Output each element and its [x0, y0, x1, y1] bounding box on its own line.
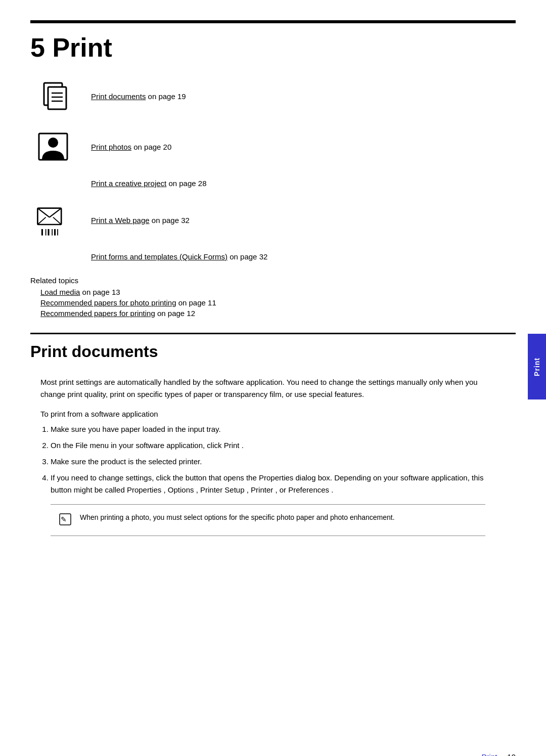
toc-section: Print documents on page 19 Print photos … [30, 78, 485, 261]
related-link-photo-printing[interactable]: Recommended papers for photo printing [40, 298, 176, 307]
sidebar-tab[interactable]: Print [528, 334, 546, 399]
toc-link-print-creative[interactable]: Print a creative project [91, 179, 166, 188]
print-step-3: Make sure the product is the selected pr… [51, 456, 485, 468]
toc-item-print-photos[interactable]: Print photos on page 20 [91, 143, 171, 151]
web-icon [30, 202, 76, 238]
related-topics-label: Related topics [30, 276, 546, 285]
chapter-number: 5 [30, 33, 45, 62]
related-topics-list: Load media on page 13 Recommended papers… [40, 288, 546, 318]
footer: Print 19 [0, 752, 546, 756]
toc-item-print-documents[interactable]: Print documents on page 19 [91, 92, 186, 101]
note-box: ✎ When printing a photo, you must select… [51, 504, 485, 536]
toc-item-print-forms[interactable]: Print forms and templates (Quick Forms) … [91, 252, 267, 261]
print-steps-list: Make sure you have paper loaded in the i… [51, 423, 485, 496]
toc-link-print-documents[interactable]: Print documents [91, 92, 146, 101]
chapter-title: 5 Print [30, 32, 546, 63]
documents-icon [30, 78, 76, 114]
related-link-load-media[interactable]: Load media [40, 288, 80, 296]
toc-link-print-web[interactable]: Print a Web page [91, 216, 150, 225]
svg-point-6 [48, 138, 58, 148]
related-suffix-photo-printing: on page 11 [176, 298, 216, 307]
toc-link-print-forms[interactable]: Print forms and templates (Quick Forms) [91, 252, 228, 261]
note-icon: ✎ [59, 513, 73, 528]
print-documents-heading: Print documents [30, 342, 516, 361]
related-topic-load-media[interactable]: Load media on page 13 [40, 288, 546, 296]
toc-suffix-print-creative: on page 28 [166, 179, 206, 188]
print-step-2: On the File menu in your software applic… [51, 439, 485, 452]
footer-page-number: 19 [507, 752, 516, 756]
related-suffix-printing: on page 12 [155, 309, 195, 318]
print-documents-section: Print documents [30, 333, 516, 376]
related-suffix-load-media: on page 13 [80, 288, 120, 296]
footer-print-link[interactable]: Print [481, 752, 497, 756]
toc-item-print-creative[interactable]: Print a creative project on page 28 [91, 179, 206, 188]
toc-link-print-photos[interactable]: Print photos [91, 143, 131, 151]
note-text: When printing a photo, you must select o… [80, 512, 395, 523]
top-border [30, 20, 516, 23]
photos-icon [30, 128, 76, 165]
print-documents-body: Most print settings are automatically ha… [40, 376, 485, 401]
toc-row-print-creative: Print a creative project on page 28 [91, 179, 485, 188]
print-step-1: Make sure you have paper loaded in the i… [51, 423, 485, 435]
svg-rect-1 [48, 87, 66, 109]
toc-row-print-forms: Print forms and templates (Quick Forms) … [91, 252, 485, 261]
related-link-printing[interactable]: Recommended papers for printing [40, 309, 155, 318]
svg-text:✎: ✎ [61, 515, 67, 523]
related-topic-photo-printing[interactable]: Recommended papers for photo printing on… [40, 298, 546, 307]
toc-row-print-photos: Print photos on page 20 [30, 128, 485, 165]
toc-suffix-print-web: on page 32 [150, 216, 190, 225]
instruction-label: To print from a software application [40, 410, 485, 418]
toc-row-print-web: Print a Web page on page 32 [30, 202, 485, 238]
toc-suffix-print-documents: on page 19 [146, 92, 186, 101]
toc-suffix-print-photos: on page 20 [131, 143, 171, 151]
related-topics: Related topics Load media on page 13 Rec… [30, 276, 546, 318]
print-step-4: If you need to change settings, click th… [51, 472, 485, 496]
sidebar-tab-label: Print [533, 358, 541, 376]
toc-row-print-documents: Print documents on page 19 [30, 78, 485, 114]
page-container: 5 Print Print documents on page 19 [0, 20, 546, 756]
toc-item-print-web[interactable]: Print a Web page on page 32 [91, 216, 190, 225]
related-topic-printing[interactable]: Recommended papers for printing on page … [40, 309, 546, 318]
chapter-title-text: Print [52, 33, 112, 62]
toc-suffix-print-forms: on page 32 [228, 252, 267, 261]
